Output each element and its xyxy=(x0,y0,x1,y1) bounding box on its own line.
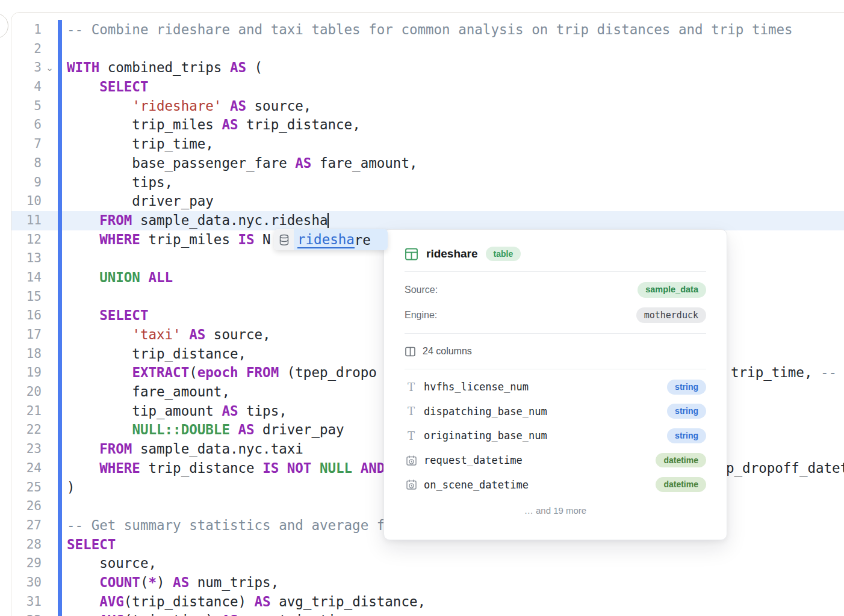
column-name: originating_base_num xyxy=(424,430,667,442)
code-text[interactable]: -- Combine rideshare and taxi tables for… xyxy=(67,20,793,40)
code-text[interactable]: UNION ALL xyxy=(67,268,173,288)
code-line: 3⌄WITH combined_trips AS ( xyxy=(11,58,844,78)
code-text[interactable]: WHERE trip_distance IS NOT NULL AND xyxy=(67,459,385,478)
column-type-badge: string xyxy=(667,380,706,395)
code-text[interactable]: EXTRACT(epoch FROM (tpep_dropo xyxy=(67,363,377,383)
columns-count-label: 24 columns xyxy=(423,346,472,357)
line-number: 30 xyxy=(11,573,42,593)
text-type-icon: T xyxy=(405,430,418,442)
code-text[interactable]: SELECT xyxy=(67,78,148,97)
more-columns-label: … and 19 more xyxy=(405,505,706,516)
code-text[interactable]: driver_pay xyxy=(67,192,214,211)
text-cursor xyxy=(327,213,329,228)
line-number: 24 xyxy=(11,459,42,478)
code-text[interactable]: FROM sample_data.nyc.taxi xyxy=(67,440,303,459)
code-text[interactable]: AVG(trip_distance) AS avg_trip_distance, xyxy=(67,593,426,612)
line-number: 5 xyxy=(11,97,42,116)
divider xyxy=(405,271,706,272)
code-text[interactable]: -- Get summary statistics and average f xyxy=(67,516,385,535)
line-number: 9 xyxy=(11,173,42,192)
code-line: 7 trip_time, xyxy=(11,135,844,154)
line-number: 29 xyxy=(11,554,42,573)
column-row[interactable]: Thvfhs_license_numstring xyxy=(405,375,706,399)
line-number: 12 xyxy=(11,230,42,250)
code-text[interactable]: WHERE trip_miles IS N xyxy=(67,230,271,250)
column-name: dispatching_base_num xyxy=(424,405,667,417)
line-number: 19 xyxy=(11,363,42,383)
table-type-badge: table xyxy=(486,247,521,262)
line-number: 17 xyxy=(11,325,42,345)
code-line: 29 source, xyxy=(11,554,844,573)
line-number: 2 xyxy=(11,40,42,59)
code-line: 8 base_passenger_fare AS fare_amount, xyxy=(11,154,844,173)
code-line: 9 tips, xyxy=(11,173,844,192)
line-number: 11 xyxy=(11,211,42,230)
code-text[interactable]: 'rideshare' AS source, xyxy=(67,97,311,116)
collapsed-side-button[interactable] xyxy=(0,13,8,38)
code-text[interactable]: COUNT(*) AS num_trips, xyxy=(67,573,279,593)
line-number: 22 xyxy=(11,420,42,440)
column-name: request_datetime xyxy=(424,454,656,466)
code-text[interactable]: source, xyxy=(67,554,157,573)
table-info-popup: rideshare table Source:sample_dataEngine… xyxy=(383,229,727,540)
code-text[interactable]: 'taxi' AS source, xyxy=(67,325,271,345)
line-number: 20 xyxy=(11,383,42,402)
code-text[interactable]: trip_time, xyxy=(67,135,214,154)
sql-editor-screen: 1-- Combine rideshare and taxi tables fo… xyxy=(0,0,844,616)
column-name: hvfhs_license_num xyxy=(424,381,667,393)
autocomplete-item-rideshare[interactable]: rideshare xyxy=(294,229,388,250)
code-text[interactable]: SELECT xyxy=(67,306,148,325)
code-text[interactable]: SELECT xyxy=(67,535,116,555)
code-line: 10 driver_pay xyxy=(11,192,844,211)
code-line: 32 AVG(trip_time) AS avg_trip_time, xyxy=(11,611,844,616)
column-row[interactable]: Tdispatching_base_numstring xyxy=(405,399,706,424)
table-icon xyxy=(405,247,418,261)
divider xyxy=(405,333,706,334)
code-text[interactable]: WITH combined_trips AS ( xyxy=(67,58,262,78)
database-icon xyxy=(274,229,294,250)
column-type-badge: string xyxy=(667,404,706,419)
line-number: 3 xyxy=(11,58,42,78)
column-type-badge: datetime xyxy=(656,453,706,468)
code-text[interactable]: tip_amount AS tips, xyxy=(67,402,287,421)
code-line: 31 AVG(trip_distance) AS avg_trip_distan… xyxy=(11,593,844,612)
line-number: 8 xyxy=(11,154,42,173)
code-line: 2 xyxy=(11,40,844,59)
code-text[interactable]: tips, xyxy=(67,173,173,192)
line-number: 1 xyxy=(11,20,42,40)
column-name: on_scene_datetime xyxy=(424,479,656,491)
code-text[interactable]: FROM sample_data.nyc.ridesha xyxy=(67,211,329,230)
fold-chevron-icon[interactable]: ⌄ xyxy=(42,58,58,78)
column-row[interactable]: Toriginating_base_numstring xyxy=(405,424,706,448)
text-type-icon: T xyxy=(405,405,418,417)
table-info-header: rideshare table xyxy=(405,242,706,266)
meta-label: Engine: xyxy=(405,310,437,321)
datetime-type-icon xyxy=(405,455,418,466)
divider xyxy=(405,369,706,369)
code-text[interactable]: fare_amount, xyxy=(67,383,230,402)
line-number: 14 xyxy=(11,268,42,288)
columns-list: Thvfhs_license_numstringTdispatching_bas… xyxy=(405,375,706,497)
code-text[interactable]: ) xyxy=(67,478,75,497)
line-number: 27 xyxy=(11,516,42,535)
code-text[interactable]: trip_miles AS trip_distance, xyxy=(67,116,361,135)
gutter-indicator-bar xyxy=(58,20,62,616)
meta-row: Source:sample_data xyxy=(405,277,706,303)
line-number: 31 xyxy=(11,593,42,612)
line-number: 18 xyxy=(11,345,42,364)
autocomplete-rest-text: re xyxy=(355,232,371,248)
line-number: 32 xyxy=(11,611,42,616)
code-line: 5 'rideshare' AS source, xyxy=(11,97,844,116)
column-type-badge: datetime xyxy=(656,477,706,492)
line-number: 21 xyxy=(11,402,42,421)
column-row[interactable]: request_datetimedatetime xyxy=(405,448,706,473)
code-text[interactable]: NULL::DOUBLE AS driver_pay xyxy=(67,420,344,440)
line-number: 25 xyxy=(11,478,42,497)
table-meta-rows: Source:sample_dataEngine:motherduck xyxy=(405,277,706,328)
table-name: rideshare xyxy=(426,247,478,260)
code-text[interactable]: base_passenger_fare AS fare_amount, xyxy=(67,154,418,173)
code-text[interactable]: trip_distance, xyxy=(67,345,246,364)
line-number: 23 xyxy=(11,440,42,459)
code-text[interactable]: AVG(trip_time) AS avg_trip_time, xyxy=(67,611,361,616)
column-row[interactable]: on_scene_datetimedatetime xyxy=(405,472,706,497)
